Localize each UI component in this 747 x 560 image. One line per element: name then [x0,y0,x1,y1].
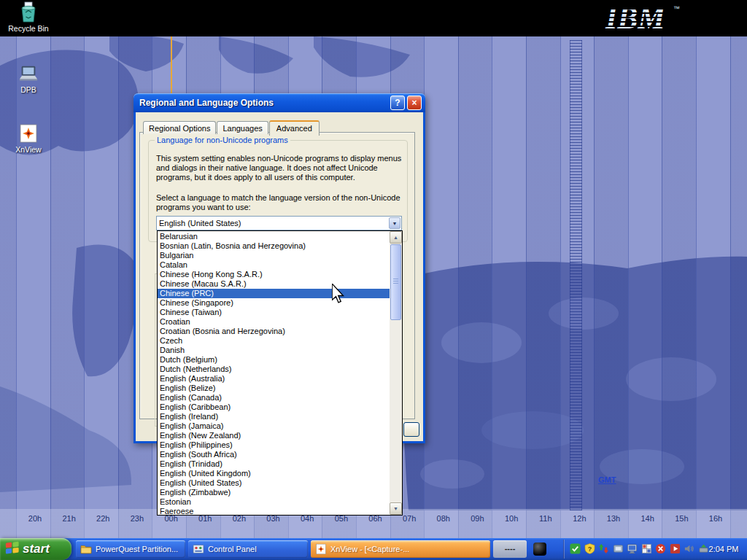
tray-divider [563,540,565,559]
language-option[interactable]: English (Caribbean) [158,402,390,412]
tab-advanced[interactable]: Advanced [269,120,320,136]
hour-label: 22h [91,514,115,523]
scroll-down-button[interactable]: ▼ [390,502,402,515]
language-option[interactable]: English (Jamaica) [158,421,390,431]
hour-label: 20h [23,514,47,523]
xnview-icon [18,122,39,144]
language-option[interactable]: English (South Africa) [158,450,390,459]
alert-icon[interactable] [655,543,666,554]
tab-languages[interactable]: Languages [217,121,268,134]
language-option[interactable]: Bulgarian [158,251,390,260]
help-button[interactable]: ? [390,96,405,110]
updown-arrows-icon[interactable] [598,543,609,554]
hour-label: 23h [125,514,149,523]
taskbar-clock[interactable]: 2:04 PM [703,538,744,560]
grid-icon[interactable] [641,543,652,554]
volume-icon[interactable] [684,543,694,554]
tab-regional-options[interactable]: Regional Options [143,121,216,134]
dropdown-scrollbar[interactable]: ▲ ▼ [390,231,402,515]
desktop-icon-label: Recycle Bin [6,24,51,33]
language-option[interactable]: Catalan [158,260,390,270]
desktop-icon-recycle-bin[interactable]: Recycle Bin [6,1,51,33]
language-option[interactable]: Chinese (Singapore) [158,298,390,308]
language-option[interactable]: Chinese (Hong Kong S.A.R.) [158,270,390,279]
start-button[interactable]: start [0,538,71,560]
groupbox-title: Language for non-Unicode programs [155,136,290,144]
question-icon[interactable]: ? [584,543,595,554]
titlebar[interactable]: Regional and Language Options ? × [133,93,425,112]
language-option[interactable]: Chinese (Taiwan) [158,308,390,317]
media-icon[interactable] [670,543,681,554]
svg-text:?: ? [587,545,591,553]
hour-label: 12h [568,514,591,523]
language-option[interactable]: Dutch (Netherlands) [158,365,390,374]
language-option[interactable]: Chinese (PRC) [158,289,390,298]
ibm-trademark: ™ [673,5,680,12]
language-option[interactable]: English (Belize) [158,384,390,393]
hour-label: 11h [534,514,557,523]
windows-flag-icon [5,540,20,558]
taskbar-toolbar-icon[interactable] [533,542,546,556]
hour-label: 09h [465,514,489,523]
hour-label: 15h [670,514,693,523]
desktop-icon-dpb[interactable]: DPB [6,63,51,94]
taskbar-button-label: PowerQuest Partition... [96,545,178,553]
combobox-value: English (United States) [159,219,241,228]
close-button[interactable]: × [407,96,422,110]
hour-label: 14h [636,514,659,523]
ibm-logo: IBM ™ [604,1,683,36]
laptop-icon [18,63,39,85]
taskbar-button-1[interactable]: PowerQuest Partition... [76,540,185,558]
language-option[interactable]: English (Australia) [158,374,390,384]
hidden-groupbox-edge [155,273,155,426]
taskbar-button-2[interactable]: Control Panel [188,540,308,558]
language-option[interactable]: English (Ireland) [158,412,390,421]
language-option[interactable]: English (New Zealand) [158,431,390,440]
combobox-dropdown-button[interactable]: ▼ [389,217,400,229]
language-option[interactable]: Faeroese [158,507,390,515]
language-option[interactable]: Croatian [158,317,390,327]
timezone-marker-line [171,36,172,93]
desktop-icon-label: DPB [6,85,51,94]
taskbar-button-label: Control Panel [208,545,257,553]
hour-label: 21h [58,514,81,523]
language-combobox[interactable]: English (United States) ▼ [156,216,402,230]
language-option[interactable]: English (United Kingdom) [158,469,390,478]
hour-label: 16h [704,514,727,523]
shield-icon[interactable] [570,543,581,554]
scroll-thumb[interactable] [390,244,401,320]
scroll-up-button[interactable]: ▲ [390,231,402,244]
desktop-icon-xnview[interactable]: XnView [6,122,51,154]
device-icon[interactable] [613,543,624,554]
removable-device-icon[interactable] [698,543,709,554]
display-icon[interactable] [627,543,638,554]
language-option[interactable]: Croatian (Bosnia and Herzegovina) [158,327,390,336]
language-option[interactable]: Belarusian [158,232,390,241]
taskbar: start ---- 2:04 PM PowerQuest Partition.… [0,538,747,560]
gmt-label: GMT [598,475,616,484]
hour-label: 13h [602,514,625,523]
language-groupbox: Language for non-Unicode programs This s… [148,140,408,242]
hour-label: 10h [500,514,523,523]
instruction-text: Select a language to match the language … [156,193,409,212]
taskbar-button-3[interactable]: XnView - [<Capture-... [311,540,490,558]
recycle-bin-icon [18,1,39,23]
ibm-logo-text: IBM [605,1,666,35]
language-option[interactable]: English (Zimbabwe) [158,488,390,497]
hour-label: 08h [432,514,455,523]
language-option[interactable]: English (Trinidad) [158,459,390,469]
partial-dialog-button[interactable] [403,422,419,437]
language-option[interactable]: Danish [158,346,390,355]
description-text: This system setting enables non-Unicode … [156,154,409,182]
language-option[interactable]: Bosnian (Latin, Bosnia and Herzegovina) [158,241,390,251]
taskbar-deskband[interactable]: ---- [493,540,527,558]
taskbar-button-label: XnView - [<Capture-... [330,545,409,553]
language-option[interactable]: English (Canada) [158,393,390,402]
language-option[interactable]: Estonian [158,497,390,507]
top-banner: IBM ™ [0,0,747,36]
language-option[interactable]: English (United States) [158,478,390,488]
language-option[interactable]: English (Philippines) [158,440,390,450]
language-option[interactable]: Dutch (Belgium) [158,355,390,365]
language-option[interactable]: Czech [158,336,390,346]
language-option[interactable]: Chinese (Macau S.A.R.) [158,279,390,289]
